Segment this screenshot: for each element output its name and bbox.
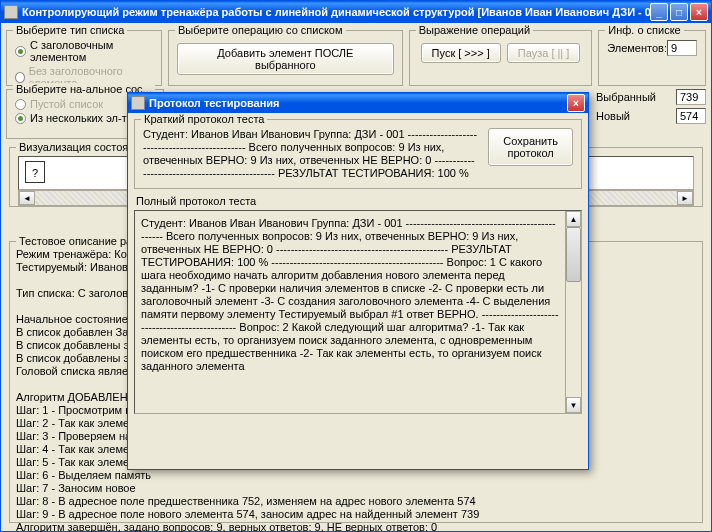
group-operation: Выберите операцию со списком Добавить эл… (168, 30, 403, 86)
short-protocol-box: Краткий протокол теста Студент: Иванов И… (134, 119, 582, 189)
protocol-vscrollbar[interactable]: ▲ ▼ (565, 211, 581, 413)
full-protocol-text: Студент: Иванов Иван Иванович Группа: ДЗ… (135, 211, 565, 413)
minimize-button[interactable]: _ (650, 3, 668, 21)
pause-button[interactable]: Пауза [ || ] (507, 43, 581, 63)
scroll-thumb[interactable] (566, 227, 581, 282)
main-titlebar[interactable]: Контролирующий режим тренажёра работы с … (1, 1, 711, 23)
radio-with-header[interactable]: С заголовочным элементом (15, 39, 153, 63)
protocol-dialog: Протокол тестирования × Краткий протокол… (127, 92, 589, 470)
scroll-up-icon[interactable]: ▲ (566, 211, 581, 227)
full-protocol-pane: Студент: Иванов Иван Иванович Группа: ДЗ… (134, 210, 582, 414)
group-exec: Выражение операций Пуск [ >>> ] Пауза [ … (409, 30, 593, 86)
run-button[interactable]: Пуск [ >>> ] (421, 43, 501, 63)
add-after-button[interactable]: Добавить элемент ПОСЛЕ выбранного (177, 43, 394, 75)
main-title: Контролирующий режим тренажёра работы с … (22, 6, 650, 18)
close-button[interactable]: × (690, 3, 708, 21)
elements-count: 9 (667, 40, 697, 56)
full-protocol-label: Полный протокол теста (136, 195, 582, 207)
save-protocol-button[interactable]: Сохранить протокол (488, 128, 573, 166)
scroll-right-icon[interactable]: ► (677, 191, 693, 205)
dialog-icon (131, 96, 145, 110)
dialog-title: Протокол тестирования (149, 97, 567, 109)
group-list-type: Выберите тип списка С заголовочным элеме… (6, 30, 162, 86)
group-list-info: Инф. о списке Элементов:9 (598, 30, 706, 86)
viz-cell: ? (25, 161, 45, 183)
short-protocol-text: Студент: Иванов Иван Иванович Группа: ДЗ… (143, 128, 478, 180)
dialog-titlebar[interactable]: Протокол тестирования × (128, 93, 588, 113)
app-icon (4, 5, 18, 19)
dialog-close-button[interactable]: × (567, 94, 585, 112)
scroll-down-icon[interactable]: ▼ (566, 397, 581, 413)
scroll-left-icon[interactable]: ◄ (19, 191, 35, 205)
maximize-button[interactable]: □ (670, 3, 688, 21)
